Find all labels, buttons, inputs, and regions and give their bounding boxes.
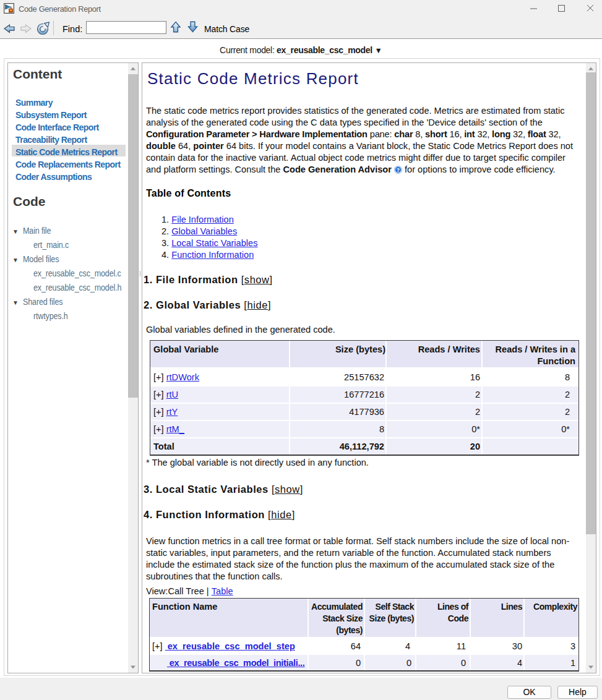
svg-text:?: ? xyxy=(397,167,400,173)
